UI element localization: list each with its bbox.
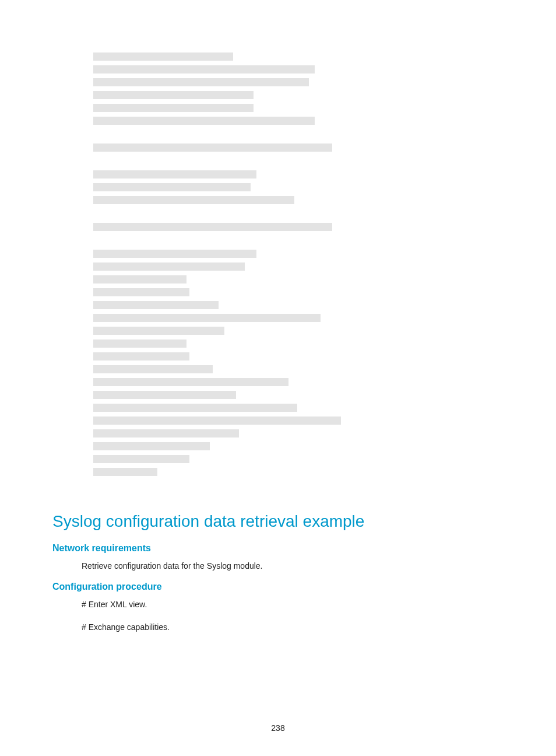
redacted-gap bbox=[93, 156, 504, 170]
redacted-gap bbox=[93, 209, 504, 223]
redacted-line bbox=[93, 275, 186, 284]
redacted-line bbox=[93, 65, 315, 74]
redacted-line bbox=[93, 288, 189, 296]
redacted-line bbox=[93, 378, 288, 386]
redacted-line bbox=[93, 455, 189, 463]
redacted-gap bbox=[93, 130, 504, 144]
redacted-line bbox=[93, 117, 315, 125]
network-requirements-heading: Network requirements bbox=[52, 543, 504, 554]
redacted-line bbox=[93, 442, 210, 450]
redacted-content-block bbox=[93, 52, 504, 476]
redacted-line bbox=[93, 91, 254, 99]
redacted-line bbox=[93, 250, 256, 258]
redacted-line bbox=[93, 196, 294, 204]
redacted-line bbox=[93, 183, 251, 191]
redacted-line bbox=[93, 52, 233, 61]
configuration-procedure-heading: Configuration procedure bbox=[52, 582, 504, 592]
redacted-line bbox=[93, 78, 309, 86]
redacted-line bbox=[93, 416, 341, 425]
network-requirements-body: Retrieve configuration data for the Sysl… bbox=[82, 561, 504, 572]
redacted-line bbox=[93, 365, 213, 373]
page-number: 238 bbox=[0, 723, 556, 733]
document-page: Syslog configuration data retrieval exam… bbox=[0, 0, 556, 756]
config-step-1: # Enter XML view. bbox=[82, 599, 504, 611]
redacted-line bbox=[93, 301, 219, 309]
section-title: Syslog configuration data retrieval exam… bbox=[52, 511, 504, 531]
config-step-2: # Exchange capabilities. bbox=[82, 622, 504, 634]
redacted-line bbox=[93, 262, 245, 271]
redacted-line bbox=[93, 144, 332, 152]
redacted-line bbox=[93, 352, 189, 360]
redacted-line bbox=[93, 327, 224, 335]
redacted-line bbox=[93, 104, 254, 112]
redacted-line bbox=[93, 429, 239, 438]
redacted-line bbox=[93, 404, 297, 412]
redacted-gap bbox=[93, 236, 504, 250]
redacted-line bbox=[93, 314, 321, 322]
redacted-line bbox=[93, 468, 157, 476]
redacted-line bbox=[93, 391, 236, 399]
redacted-line bbox=[93, 170, 256, 178]
redacted-line bbox=[93, 223, 332, 231]
redacted-line bbox=[93, 340, 186, 348]
